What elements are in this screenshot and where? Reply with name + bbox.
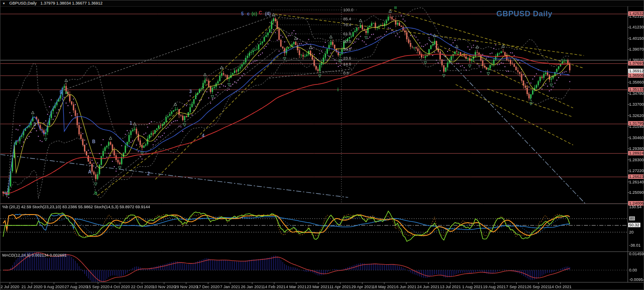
chart-watermark: GBPUSD Daily bbox=[496, 9, 552, 19]
chart-title-bar[interactable]: ▼ GBPUSD,Daily 1.37979 1.38034 1.36677 1… bbox=[0, 0, 644, 6]
macd-indicator-label: MACD(12,24,9) 0.002134 0.002691 bbox=[2, 253, 67, 257]
chevron-down-icon[interactable]: ▼ bbox=[2, 2, 5, 5]
chart-canvas[interactable] bbox=[0, 0, 644, 290]
symbol-timeframe-label: GBPUSD,Daily bbox=[9, 1, 37, 5]
ohlc-values: 1.37979 1.38034 1.36677 1.36912 bbox=[40, 1, 103, 5]
pb-stoch-indicator-label: %b (20,2) 42.59 Stoch(23,23,10) 83.2386 … bbox=[2, 205, 150, 209]
trading-platform-window: ▼ GBPUSD,Daily 1.37979 1.38034 1.36677 1… bbox=[0, 0, 644, 290]
